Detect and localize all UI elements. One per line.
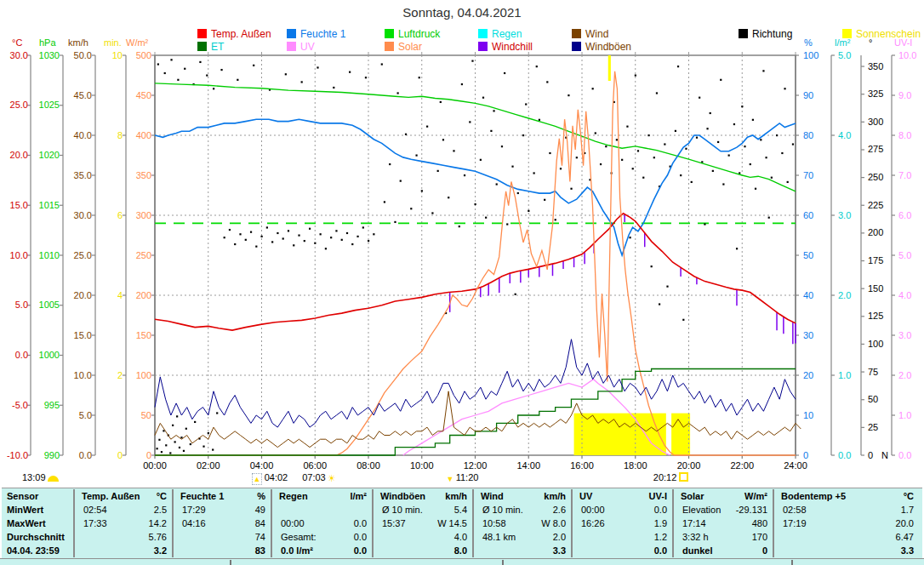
table-cell-value: 3.2 <box>154 545 167 556</box>
daylight-icon <box>48 476 59 482</box>
table-cell-value: 1.2 <box>654 531 667 543</box>
table-cell-value: 0 <box>762 545 767 556</box>
table-cell-value: 170 <box>752 531 767 543</box>
table-cell-label: 00:00 <box>581 504 605 516</box>
table-col-unit: UV-I <box>649 490 667 502</box>
table-col-unit: °C <box>904 490 914 502</box>
table-cell-value: 3.3 <box>553 545 566 556</box>
table-cell-label: 0.0 l/m² <box>281 545 313 556</box>
moonrise-icon: ▲ <box>252 473 263 485</box>
table-cell-label: 04:16 <box>182 517 206 529</box>
table-separator <box>372 489 374 557</box>
table-group-bodentemp-5: Bodentemp +5°C02:581.717:1920.06.473.3 <box>776 488 921 558</box>
bottom-splitter-strip <box>0 558 924 565</box>
table-separator <box>73 489 75 557</box>
table-group-sensor: SensorMinWertMaxWertDurchschnitt04.04. 2… <box>3 488 75 558</box>
table-cell-value: 0.0 <box>354 531 367 543</box>
table-col-unit: % <box>257 490 265 502</box>
table-cell-value: 480 <box>752 517 767 529</box>
day-marker-time: 13:09 <box>22 472 46 482</box>
table-group-regen: Regenl/m²00:000.0Gesamt:0.00.0 l/m²0.0 <box>274 488 374 558</box>
table-separator <box>773 489 774 557</box>
table-cell-label: 15:37 <box>382 517 406 529</box>
day-marker-moonset: ▼ 11:20 <box>447 472 479 484</box>
table-cell-value: 8.0 <box>454 545 467 556</box>
table-cell-label: Ø 10 min. <box>382 504 423 516</box>
table-cell-value: 6.47 <box>896 531 914 543</box>
table-cell-value: 74 <box>255 531 265 543</box>
table-col-unit: l/m² <box>350 490 367 502</box>
table-cell-value: 0.0 <box>654 545 667 556</box>
table-col-name: Regen <box>279 490 308 502</box>
table-separator <box>271 489 272 557</box>
table-cell-value: 20.0 <box>896 517 914 529</box>
summary-table: SensorMinWertMaxWertDurchschnitt04.04. 2… <box>2 488 922 558</box>
day-marker-sunrise: 07:03 ☀ <box>302 472 336 483</box>
table-col-name: Temp. Außen <box>82 490 140 502</box>
table-row-label: MaxWert <box>7 517 46 529</box>
table-separator <box>571 489 573 557</box>
day-marker-time: 07:03 <box>302 472 326 482</box>
day-marker-time: 04:02 <box>265 472 288 482</box>
table-col-name: Wind <box>481 490 504 502</box>
table-cell-label: Gesamt: <box>281 531 317 543</box>
splitter-tick <box>791 560 793 565</box>
table-cell-value: 2.5 <box>154 504 167 516</box>
table-cell-value: 0.0 <box>654 504 667 516</box>
table-cell-value: W 8.0 <box>541 517 566 529</box>
table-cell-value: 14.2 <box>149 517 167 529</box>
table-cell-label: 00:00 <box>281 517 305 529</box>
table-cell-value: W 14.5 <box>437 517 467 529</box>
table-group-uv: UVUV-I00:000.016:261.91.20.0 <box>574 488 674 558</box>
table-cell-value: -29.131 <box>736 504 767 516</box>
table-cell-value: 4.0 <box>454 531 467 543</box>
table-cell-value: 1.9 <box>654 517 667 529</box>
table-cell-label: 17:29 <box>182 504 206 516</box>
table-cell-value: 0.0 <box>354 517 367 529</box>
table-col-unit: W/m² <box>744 490 767 502</box>
table-cell-value: 2.0 <box>553 531 566 543</box>
table-row-label: Sensor <box>7 490 38 502</box>
table-cell-label: 17:19 <box>783 517 807 529</box>
table-col-name: Windböen <box>380 490 425 502</box>
table-cell-label: 10:58 <box>482 517 506 529</box>
table-group-temp-au-en: Temp. Außen°C02:542.517:3314.25.763.2 <box>77 488 174 558</box>
table-cell-label: 17:33 <box>83 517 107 529</box>
table-row-label: 04.04. 23:59 <box>7 545 60 556</box>
table-col-unit: km/h <box>445 490 467 502</box>
table-cell-value: 2.6 <box>553 504 566 516</box>
table-row-label: MinWert <box>7 504 43 516</box>
table-cell-label: 02:58 <box>783 504 807 516</box>
day-marker-dawn: ▲ 04:02 <box>252 472 288 485</box>
weather-day-chart-window: Sonntag, 04.04.2021 Temp. AußenFeuchte 1… <box>0 0 924 565</box>
table-col-name: Bodentemp +5 <box>781 490 846 502</box>
table-separator <box>672 489 674 557</box>
table-col-name: Solar <box>681 490 704 502</box>
moonset-icon: ▼ <box>447 474 454 484</box>
sunrise-icon: ☀ <box>328 473 336 483</box>
table-cell-value: 3.3 <box>901 545 914 556</box>
table-row-label: Durchschnitt <box>7 531 65 543</box>
day-marker-time: 20:12 <box>653 472 677 482</box>
day-markers-layer: 13:09 ▲ 04:0207:03 ☀▼ 11:2020:12 <box>0 0 924 565</box>
table-cell-label: Elevation <box>682 504 721 516</box>
table-cell-value: 84 <box>255 517 265 529</box>
table-col-unit: km/h <box>544 490 566 502</box>
table-cell-label: Ø 10 min. <box>482 504 523 516</box>
table-col-name: UV <box>579 490 592 502</box>
table-cell-value: 49 <box>255 504 265 516</box>
table-cell-label: 16:26 <box>581 517 605 529</box>
table-cell-label: 17:14 <box>682 517 706 529</box>
table-separator <box>472 489 474 557</box>
day-marker-time: 11:20 <box>456 472 479 482</box>
table-col-unit: °C <box>157 490 167 502</box>
table-col-name: Feuchte 1 <box>180 490 224 502</box>
table-cell-label: dunkel <box>682 545 712 556</box>
table-group-feuchte-1: Feuchte 1%17:294904:16847483 <box>175 488 272 558</box>
table-group-wind: Windkm/hØ 10 min.2.610:58W 8.048.1 km2.0… <box>476 488 573 558</box>
day-marker-daylight-duration: 13:09 <box>22 472 59 482</box>
table-cell-label: 48.1 km <box>482 531 516 543</box>
table-cell-value: 83 <box>255 545 265 556</box>
sunset-icon <box>679 472 688 482</box>
table-separator <box>172 489 174 557</box>
